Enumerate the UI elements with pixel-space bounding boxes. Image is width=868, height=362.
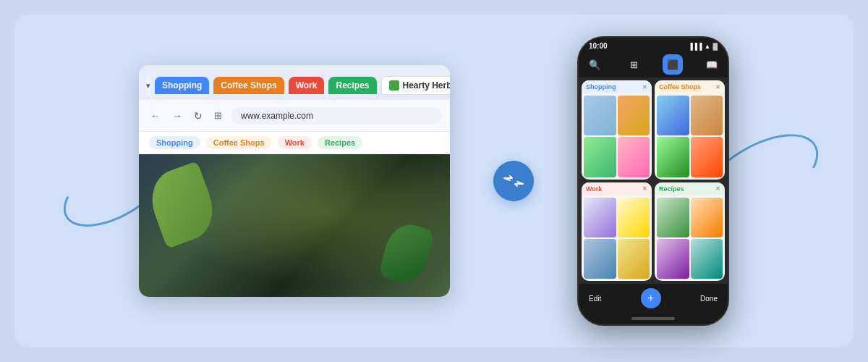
- signal-icon: ▐▐▐: [688, 43, 702, 50]
- thumb: [618, 137, 650, 177]
- tab-group-coffee-thumbs: [655, 93, 725, 180]
- thumb: [657, 198, 689, 237]
- main-scene: ▾ Shopping Coffee Shops Work Recipes 🌿 H…: [14, 14, 854, 348]
- thumb: [584, 96, 616, 135]
- browser-tab-work[interactable]: Work: [289, 77, 325, 94]
- phone-groups-button[interactable]: ⊞: [624, 54, 644, 75]
- forward-button[interactable]: →: [169, 109, 185, 123]
- tab-group-shopping-label: Shopping: [586, 83, 616, 90]
- browser-tab-coffee[interactable]: Coffee Shops: [213, 77, 284, 94]
- browser-tab-shopping[interactable]: Shopping: [155, 77, 209, 94]
- status-time: 10:00: [589, 42, 608, 50]
- group-pill-shopping[interactable]: Shopping: [149, 136, 200, 149]
- tab-group-recipes-label: Recipes: [659, 185, 684, 193]
- phone-toolbar: 🔍 ⊞ ⬛ 📖: [579, 51, 728, 77]
- phone-bottom-bar: Edit + Done: [579, 284, 728, 314]
- tab-group-coffee-label: Coffee Shops: [659, 83, 701, 90]
- tab-search-button[interactable]: ⊞: [211, 109, 225, 122]
- phone-search-button[interactable]: 🔍: [584, 54, 605, 75]
- tab-groups-row: Shopping Coffee Shops Work Recipes: [139, 132, 450, 154]
- group-pill-recipes[interactable]: Recipes: [318, 136, 362, 149]
- tab-group-card-recipes[interactable]: Recipes ✕: [655, 182, 725, 282]
- lime-decoration: [142, 161, 221, 248]
- tab-group-card-coffee[interactable]: Coffee Shops ✕: [655, 80, 725, 180]
- tab-group-card-shopping[interactable]: Shopping ✕: [582, 80, 652, 180]
- thumb: [584, 239, 616, 279]
- reload-button[interactable]: ↻: [191, 109, 205, 123]
- thumb: [691, 96, 723, 135]
- phone-status-bar: 10:00 ▐▐▐ ▲ ▓: [579, 38, 728, 51]
- thumb: [618, 96, 650, 135]
- thumb: [691, 239, 723, 279]
- thumb: [657, 137, 689, 177]
- phone-add-tab-button[interactable]: +: [641, 288, 661, 308]
- browser-mockup: ▾ Shopping Coffee Shops Work Recipes 🌿 H…: [139, 65, 450, 297]
- tab-group-coffee-close[interactable]: ✕: [715, 84, 720, 90]
- thumb: [657, 96, 689, 135]
- tab-shopping-label: Shopping: [162, 80, 202, 90]
- back-button[interactable]: ←: [148, 109, 163, 123]
- browser-tab-recipes[interactable]: Recipes: [328, 77, 376, 94]
- group-pill-coffee[interactable]: Coffee Shops: [206, 136, 272, 149]
- tab-group-work-close[interactable]: ✕: [642, 185, 647, 192]
- herb-decoration: [378, 220, 435, 287]
- phone-tabs-button[interactable]: ⬛: [663, 54, 683, 75]
- tab-hearty-favicon: 🌿: [389, 80, 399, 90]
- thumb: [691, 137, 723, 177]
- browser-tab-hearty[interactable]: 🌿 Hearty Herb: [381, 76, 451, 95]
- tab-hearty-label: Hearty Herb: [403, 80, 451, 90]
- tab-coffee-label: Coffee Shops: [221, 80, 276, 90]
- browser-content: [139, 154, 450, 297]
- tab-group-work-label: Work: [586, 185, 602, 193]
- phone-home-indicator: [579, 314, 728, 324]
- wifi-icon: ▲: [705, 43, 711, 50]
- tab-group-header-shopping: Shopping ✕: [582, 80, 652, 93]
- thumb: [657, 239, 689, 279]
- tab-dropdown-button[interactable]: ▾: [146, 75, 150, 96]
- phone-mockup: 10:00 ▐▐▐ ▲ ▓ 🔍 ⊞ ⬛ 📖 Shopping ✕: [577, 36, 729, 326]
- thumb: [691, 198, 723, 237]
- tab-group-card-work[interactable]: Work ✕: [582, 182, 652, 282]
- tab-group-header-recipes: Recipes ✕: [655, 182, 725, 195]
- phone-edit-button[interactable]: Edit: [589, 295, 601, 303]
- tab-group-shopping-thumbs: [582, 93, 652, 180]
- home-indicator-bar: [631, 317, 675, 320]
- group-pill-work[interactable]: Work: [278, 136, 312, 149]
- tab-group-work-thumbs: [582, 195, 652, 282]
- tab-group-header-coffee: Coffee Shops ✕: [655, 80, 725, 93]
- phone-done-button[interactable]: Done: [700, 295, 718, 303]
- sync-arrow-button[interactable]: [493, 161, 534, 201]
- tab-work-label: Work: [296, 80, 318, 90]
- thumb: [584, 198, 616, 237]
- thumb: [618, 239, 650, 279]
- battery-icon: ▓: [712, 43, 718, 50]
- browser-address-bar: ← → ↻ ⊞: [139, 100, 450, 132]
- address-input[interactable]: [231, 107, 441, 125]
- tab-group-shopping-close[interactable]: ✕: [642, 84, 647, 90]
- tab-group-recipes-close[interactable]: ✕: [715, 185, 720, 192]
- tab-group-header-work: Work ✕: [582, 182, 652, 195]
- phone-bookmarks-button[interactable]: 📖: [702, 54, 722, 75]
- tab-group-recipes-thumbs: [655, 195, 725, 282]
- food-image: [139, 154, 450, 297]
- tab-grid: Shopping ✕ Coffee Shops ✕: [579, 77, 728, 284]
- thumb: [618, 198, 650, 237]
- tab-recipes-label: Recipes: [336, 80, 369, 90]
- thumb: [584, 137, 616, 177]
- status-icons: ▐▐▐ ▲ ▓: [688, 43, 718, 50]
- sync-icon: [503, 170, 524, 192]
- browser-tab-bar: ▾ Shopping Coffee Shops Work Recipes 🌿 H…: [139, 65, 450, 100]
